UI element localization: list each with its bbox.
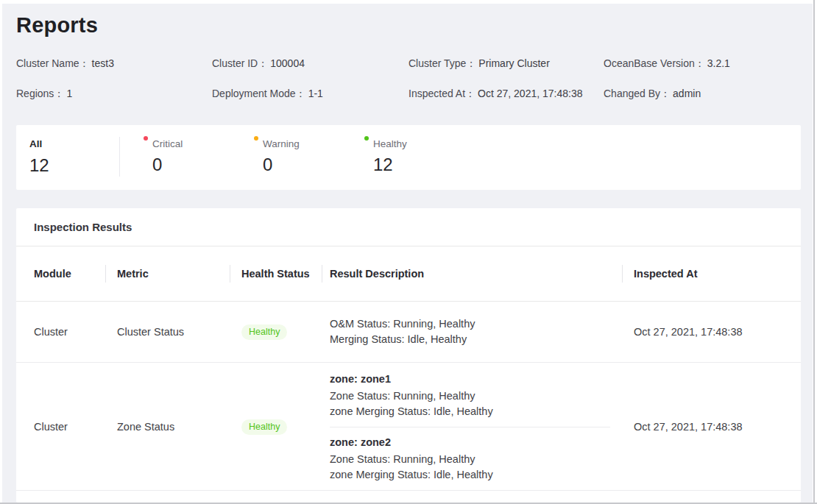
info-field-deployment-mode: Deployment Mode：1-1 xyxy=(212,88,408,99)
info-value: 1-1 xyxy=(308,88,323,99)
cell-result-description: O&M Status: Running, Healthy Merging Sta… xyxy=(322,302,622,362)
health-status-badge: Healthy xyxy=(241,324,287,340)
description-line: Merging Status: Idle, Healthy xyxy=(330,332,467,347)
summary-divider xyxy=(119,137,120,177)
zone-block-zone1: zone: zone1 Zone Status: Running, Health… xyxy=(330,372,493,419)
summary-card: All 12 Critical 0 Warning 0 xyxy=(16,125,801,190)
summary-item-warning[interactable]: Warning 0 xyxy=(254,138,341,176)
summary-item-critical[interactable]: Critical 0 xyxy=(144,138,230,176)
critical-dot-icon xyxy=(144,136,148,141)
description-line: Zone Status: Running, Healthy xyxy=(330,452,493,467)
info-field-oceanbase-version: OceanBase Version：3.2.1 xyxy=(604,57,801,69)
info-value: 3.2.1 xyxy=(707,57,730,69)
info-label: Inspected At： xyxy=(408,88,475,99)
description-line: zone Merging Status: Idle, Healthy xyxy=(330,467,493,483)
cell-health-status: Healthy xyxy=(230,302,322,362)
page-content: Reports Cluster Name：test3 Cluster ID：10… xyxy=(2,4,813,503)
info-field-changed-by: Changed By：admin xyxy=(604,88,801,99)
summary-label-healthy: Healthy xyxy=(373,138,407,151)
cell-inspected-at: Oct 27, 2021, 17:48:38 xyxy=(622,302,801,362)
inspection-results-card: Inspection Results Module Metric Health … xyxy=(16,208,801,503)
zone-block-divider xyxy=(330,427,610,427)
info-value: Oct 27, 2021, 17:48:38 xyxy=(478,88,582,99)
info-label: Regions： xyxy=(16,88,64,99)
info-label: Deployment Mode： xyxy=(212,88,306,99)
column-header-metric: Metric xyxy=(105,246,230,301)
table-row-cluster-status: Cluster Cluster Status Healthy O&M Statu… xyxy=(16,302,801,363)
zone-block-zone2: zone: zone2 Zone Status: Running, Health… xyxy=(330,435,493,483)
warning-dot-icon xyxy=(254,136,258,141)
cell-health-status: Healthy xyxy=(230,363,322,491)
info-value: 100004 xyxy=(270,57,305,69)
column-header-health-status: Health Status xyxy=(230,246,322,301)
summary-value-warning: 0 xyxy=(263,154,341,176)
summary-item-all[interactable]: All 12 xyxy=(29,138,119,177)
column-header-module: Module xyxy=(16,246,105,301)
summary-label-warning: Warning xyxy=(263,138,300,151)
info-label: OceanBase Version： xyxy=(604,57,705,69)
zone-heading: zone: zone2 xyxy=(330,435,493,450)
info-field-cluster-type: Cluster Type：Primary Cluster xyxy=(408,57,604,69)
summary-label-all: All xyxy=(29,138,119,151)
table-row-partial xyxy=(16,491,801,503)
info-value: test3 xyxy=(92,57,114,69)
reports-page: Reports Cluster Name：test3 Cluster ID：10… xyxy=(2,4,813,503)
health-status-badge: Healthy xyxy=(241,419,287,435)
info-field-inspected-at: Inspected At：Oct 27, 2021, 17:48:38 xyxy=(408,88,604,99)
results-section-title: Inspection Results xyxy=(16,208,801,246)
info-label: Cluster Type： xyxy=(408,57,476,69)
info-label: Changed By： xyxy=(604,88,671,99)
description-line: Zone Status: Running, Healthy xyxy=(330,388,493,404)
cell-result-description: zone: zone1 Zone Status: Running, Health… xyxy=(322,363,622,491)
summary-label-critical: Critical xyxy=(152,138,183,151)
summary-value-critical: 0 xyxy=(152,154,230,176)
summary-item-healthy[interactable]: Healthy 12 xyxy=(364,138,451,176)
info-value: Primary Cluster xyxy=(478,57,549,69)
page-title: Reports xyxy=(16,10,801,40)
cell-metric: Cluster Status xyxy=(105,302,230,362)
info-value: 1 xyxy=(66,88,72,99)
column-header-inspected-at: Inspected At xyxy=(622,246,801,301)
table-header-row: Module Metric Health Status Result Descr… xyxy=(16,246,801,302)
cell-metric: Zone Status xyxy=(105,363,230,491)
summary-value-healthy: 12 xyxy=(373,154,451,176)
info-label: Cluster ID： xyxy=(212,57,268,69)
summary-value-all: 12 xyxy=(29,155,119,177)
info-field-cluster-id: Cluster ID：100004 xyxy=(212,57,408,69)
zone-heading: zone: zone1 xyxy=(330,372,493,387)
info-field-cluster-name: Cluster Name：test3 xyxy=(16,57,212,69)
cluster-info-grid: Cluster Name：test3 Cluster ID：100004 Clu… xyxy=(16,57,801,99)
description-line: zone Merging Status: Idle, Healthy xyxy=(330,404,493,419)
cell-module: Cluster xyxy=(16,302,105,362)
info-value: admin xyxy=(673,88,701,99)
description-line: O&M Status: Running, Healthy xyxy=(330,316,475,332)
info-field-regions: Regions：1 xyxy=(16,88,212,99)
column-header-result-description: Result Description xyxy=(322,246,622,301)
window-right-border xyxy=(813,0,815,504)
cell-module: Cluster xyxy=(16,363,105,491)
cell-inspected-at: Oct 27, 2021, 17:48:38 xyxy=(622,363,801,491)
table-row-zone-status: Cluster Zone Status Healthy zone: zone1 … xyxy=(16,363,801,491)
info-label: Cluster Name： xyxy=(16,57,90,69)
healthy-dot-icon xyxy=(364,136,369,141)
